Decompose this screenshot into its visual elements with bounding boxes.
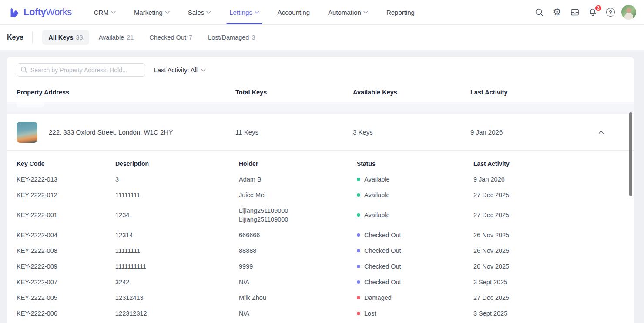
key-holder: Juice Mei	[239, 191, 357, 199]
tab-lost-damaged[interactable]: Lost/Damaged3	[202, 30, 261, 45]
col-last-activity: Last Activity	[470, 89, 634, 96]
key-last-activity: 26 Nov 2025	[473, 262, 634, 271]
notifications-button[interactable]: 3	[586, 5, 600, 19]
chevron-down-icon	[206, 11, 211, 14]
key-code: KEY-2222-005	[17, 293, 115, 302]
property-total-keys: 11 Keys	[235, 128, 353, 136]
key-holder: Milk Zhou	[239, 293, 357, 302]
chevron-down-icon	[165, 11, 170, 14]
chevron-up-icon[interactable]	[598, 131, 604, 134]
keys-tabs: All Keys33 Available21 Checked Out7 Lost…	[42, 30, 261, 45]
col-status: Status	[357, 160, 473, 167]
nav-item-marketing[interactable]: Marketing	[125, 0, 179, 24]
chevron-down-icon	[363, 11, 368, 14]
key-row[interactable]: KEY-2222-012 11111111 Juice Mei Availabl…	[7, 187, 634, 203]
key-description: 12312413	[115, 293, 239, 302]
key-row[interactable]: KEY-2222-013 3 Adam B Available 9 Jan 20…	[7, 172, 634, 187]
help-icon: ?	[606, 8, 615, 17]
keys-subtable-header: Key Code Description Holder Status Last …	[7, 151, 634, 172]
key-status: Checked Out	[357, 278, 473, 286]
key-description: 1234	[115, 211, 239, 219]
tab-all-keys[interactable]: All Keys33	[42, 30, 89, 45]
chevron-down-icon	[255, 11, 259, 14]
keys-table-card: Last Activity: All Property Address Tota…	[7, 57, 634, 323]
nav-item-crm[interactable]: CRM	[85, 0, 125, 24]
table-header: Property Address Total Keys Available Ke…	[7, 83, 634, 102]
tab-checked-out[interactable]: Checked Out7	[143, 30, 198, 45]
inbox-button[interactable]	[568, 5, 582, 19]
key-code: KEY-2222-012	[17, 191, 115, 199]
nav-item-lettings[interactable]: Lettings	[220, 0, 268, 24]
col-property-address: Property Address	[17, 89, 235, 96]
page-content: Last Activity: All Property Address Tota…	[0, 50, 644, 323]
key-description: 11111111	[115, 191, 239, 199]
key-row[interactable]: KEY-2222-007 3242 N/A Checked Out 3 Sept…	[7, 274, 634, 290]
nav-item-sales[interactable]: Sales	[179, 0, 221, 24]
property-address: 222, 333 Oxford Street, London, W1C 2HY	[49, 128, 173, 136]
status-dot	[357, 249, 360, 252]
nav-item-reporting[interactable]: Reporting	[377, 0, 424, 24]
search-button[interactable]	[532, 5, 546, 19]
loftyworks-logo[interactable]: LoftyWorks	[8, 6, 72, 19]
key-row[interactable]: KEY-2222-001 1234 Lijiang251109000Lijian…	[7, 203, 634, 227]
key-description: 1111111111	[115, 262, 239, 271]
nav-item-automation[interactable]: Automation	[319, 0, 377, 24]
chevron-down-icon	[201, 68, 206, 72]
col-key-code: Key Code	[17, 160, 115, 167]
key-last-activity: 3 Sept 2025	[473, 278, 634, 286]
key-code: KEY-2222-009	[17, 262, 115, 271]
key-status: Damaged	[357, 293, 473, 302]
top-navigation: LoftyWorks CRM Marketing Sales Lettings …	[0, 0, 644, 25]
settings-button[interactable]: ⚙	[550, 5, 564, 19]
key-holder: Adam B	[239, 175, 357, 184]
key-row[interactable]: KEY-2222-006 122312312 N/A Lost 3 Sept 2…	[7, 306, 634, 321]
key-last-activity: 26 Nov 2025	[473, 231, 634, 239]
topbar-actions: ⚙ 3 ?	[532, 5, 636, 20]
search-input[interactable]	[17, 63, 145, 77]
property-row[interactable]: 222, 333 Oxford Street, London, W1C 2HY …	[7, 114, 634, 151]
key-code: KEY-2222-007	[17, 278, 115, 286]
key-last-activity: 3 Sept 2025	[473, 309, 634, 318]
keys-subtable-body: KEY-2222-013 3 Adam B Available 9 Jan 20…	[7, 172, 634, 321]
key-row[interactable]: KEY-2222-009 1111111111 9999 Checked Out…	[7, 259, 634, 274]
col-key-last-activity: Last Activity	[473, 160, 634, 167]
key-holder: 9999	[239, 262, 357, 271]
status-dot	[357, 312, 360, 315]
col-available-keys: Available Keys	[353, 89, 470, 96]
page-title: Keys	[7, 34, 23, 41]
table-spacer-band	[7, 102, 634, 114]
key-row[interactable]: KEY-2222-005 12312413 Milk Zhou Damaged …	[7, 290, 634, 306]
tab-available[interactable]: Available21	[93, 30, 140, 45]
status-dot	[357, 296, 360, 299]
status-dot	[357, 280, 360, 284]
key-holder: Lijiang251109000Lijiang251109000	[239, 206, 357, 224]
notification-badge: 3	[594, 4, 602, 12]
col-holder: Holder	[239, 160, 357, 167]
key-status: Lost	[357, 309, 473, 318]
filter-row: Last Activity: All	[7, 57, 634, 83]
gear-icon: ⚙	[553, 7, 561, 17]
spacer-shimmer	[17, 102, 44, 107]
user-avatar[interactable]	[621, 5, 636, 20]
nav-item-accounting[interactable]: Accounting	[268, 0, 319, 24]
help-button[interactable]: ?	[604, 5, 617, 19]
key-code: KEY-2222-006	[17, 309, 115, 318]
key-row[interactable]: KEY-2222-004 12314 666666 Checked Out 26…	[7, 227, 634, 243]
key-row[interactable]: KEY-2222-008 11111111 88888 Checked Out …	[7, 243, 634, 259]
status-dot	[357, 213, 360, 217]
key-status: Available	[357, 191, 473, 199]
inbox-icon	[570, 7, 580, 17]
last-activity-filter[interactable]: Last Activity: All	[154, 67, 206, 74]
key-status: Available	[357, 175, 473, 184]
loftyworks-wordmark: LoftyWorks	[23, 7, 72, 18]
key-holder: N/A	[239, 309, 357, 318]
search-icon	[535, 8, 544, 17]
vertical-scrollbar-thumb[interactable]	[629, 112, 632, 196]
key-description: 3	[115, 175, 239, 184]
key-code: KEY-2222-013	[17, 175, 115, 184]
key-code: KEY-2222-008	[17, 246, 115, 255]
key-code: KEY-2222-004	[17, 231, 115, 239]
key-status: Checked Out	[357, 246, 473, 255]
status-dot	[357, 265, 360, 268]
main-menu: CRM Marketing Sales Lettings Accounting …	[85, 0, 424, 24]
